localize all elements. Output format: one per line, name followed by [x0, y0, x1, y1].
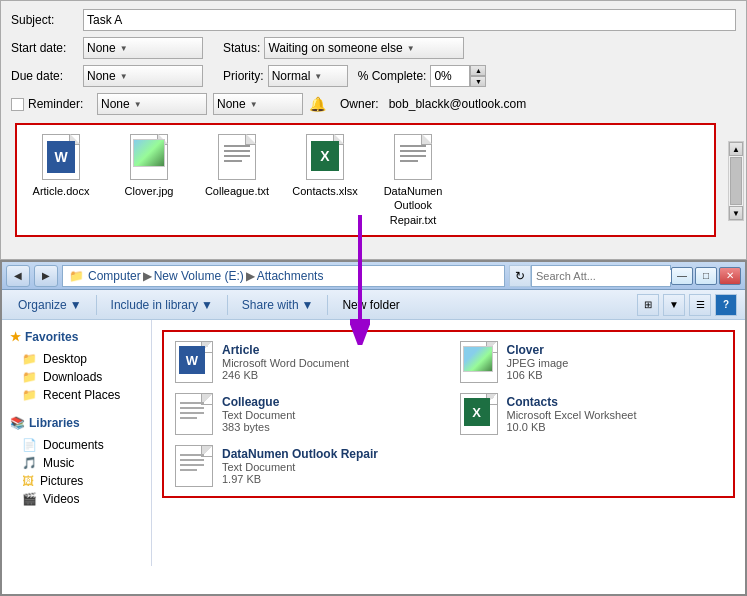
file-base-contacts: X [306, 134, 344, 180]
toolbar-sep2 [227, 295, 228, 315]
minimize-button[interactable]: — [671, 267, 693, 285]
due-date-select[interactable]: None ▼ [83, 65, 203, 87]
priority-select[interactable]: Normal ▼ [268, 65, 348, 87]
file-size-clover: 106 KB [507, 369, 724, 381]
share-with-label: Share with [242, 298, 299, 312]
start-date-select[interactable]: None ▼ [83, 37, 203, 59]
attachment-datanumen[interactable]: DataNumen Outlook Repair.txt [377, 133, 449, 227]
downloads-folder-icon: 📁 [22, 370, 37, 384]
sidebar-item-documents[interactable]: 📄 Documents [6, 436, 147, 454]
reminder-time-select[interactable]: None ▼ [213, 93, 303, 115]
spinner-down[interactable]: ▼ [470, 76, 486, 87]
image-icon-clover [133, 139, 165, 167]
attachment-icon-contacts: X [305, 133, 345, 181]
spinner-up[interactable]: ▲ [470, 65, 486, 76]
text-icon-colleague-large [180, 402, 204, 419]
sidebar-item-label-recent: Recent Places [43, 388, 120, 402]
file-size-colleague: 383 bytes [222, 421, 439, 433]
favorites-header: ★ Favorites [6, 328, 147, 346]
search-input[interactable] [536, 270, 674, 282]
sidebar-item-downloads[interactable]: 📁 Downloads [6, 368, 147, 386]
text-icon-colleague [222, 143, 252, 167]
breadcrumb-part3[interactable]: Attachments [257, 269, 324, 283]
recent-folder-icon: 📁 [22, 388, 37, 402]
search-box: 🔍 [531, 265, 671, 287]
start-date-label: Start date: [11, 41, 83, 55]
sidebar-item-music[interactable]: 🎵 Music [6, 454, 147, 472]
sidebar-item-label-pictures: Pictures [40, 474, 83, 488]
reminder-checkbox-label: Reminder: [11, 97, 91, 111]
form-scrollbar[interactable]: ▲ ▼ [728, 141, 744, 221]
pictures-icon: 🖼 [22, 474, 34, 488]
forward-button[interactable]: ▶ [34, 265, 58, 287]
attachment-clover[interactable]: Clover.jpg [113, 133, 185, 198]
file-item-clover[interactable]: Clover JPEG image 106 KB [457, 340, 726, 384]
help-button[interactable]: ? [715, 294, 737, 316]
view-btn-list[interactable]: ☰ [689, 294, 711, 316]
sidebar-item-label-desktop: Desktop [43, 352, 87, 366]
breadcrumb-folder-icon: 📁 [69, 269, 84, 283]
sidebar-item-recent[interactable]: 📁 Recent Places [6, 386, 147, 404]
scroll-thumb[interactable] [730, 157, 742, 205]
file-info-clover: Clover JPEG image 106 KB [507, 343, 724, 381]
sidebar-item-desktop[interactable]: 📁 Desktop [6, 350, 147, 368]
subject-input[interactable] [83, 9, 736, 31]
image-icon-clover-large [463, 346, 493, 372]
refresh-button[interactable]: ↻ [509, 265, 531, 287]
organize-button[interactable]: Organize ▼ [10, 294, 90, 316]
breadcrumb-bar[interactable]: 📁 Computer ▶ New Volume (E:) ▶ Attachmen… [62, 265, 505, 287]
scroll-up-arrow[interactable]: ▲ [729, 142, 743, 156]
file-item-datanumen[interactable]: DataNumen Outlook Repair Text Document 1… [172, 444, 441, 488]
scroll-down-arrow[interactable]: ▼ [729, 206, 743, 220]
start-date-value: None [87, 41, 116, 55]
attachment-colleague[interactable]: Colleague.txt [201, 133, 273, 198]
videos-icon: 🎬 [22, 492, 37, 506]
file-type-clover: JPEG image [507, 357, 724, 369]
close-button[interactable]: ✕ [719, 267, 741, 285]
sidebar-item-label-documents: Documents [43, 438, 104, 452]
priority-label: Priority: [223, 69, 264, 83]
file-name-contacts: Contacts [507, 395, 724, 409]
reminder-checkbox[interactable] [11, 98, 24, 111]
maximize-button[interactable]: □ [695, 267, 717, 285]
breadcrumb-part2[interactable]: New Volume (E:) [154, 269, 244, 283]
include-library-button[interactable]: Include in library ▼ [103, 294, 221, 316]
file-info-datanumen: DataNumen Outlook Repair Text Document 1… [222, 447, 439, 485]
reminder-time-arrow: ▼ [250, 100, 258, 109]
file-info-article: Article Microsoft Word Document 246 KB [222, 343, 439, 381]
file-list-area: W Article Microsoft Word Document 246 KB [152, 320, 745, 566]
attachment-contacts[interactable]: X Contacts.xlsx [289, 133, 361, 198]
attachment-article[interactable]: W Article.docx [25, 133, 97, 198]
large-file-base-datanumen [175, 445, 213, 487]
file-item-article[interactable]: W Article Microsoft Word Document 246 KB [172, 340, 441, 384]
file-info-contacts: Contacts Microsoft Excel Worksheet 10.0 … [507, 395, 724, 433]
breadcrumb-part1[interactable]: Computer [88, 269, 141, 283]
owner-email: bob_blackk@outlook.com [389, 97, 527, 111]
reminder-date-arrow: ▼ [134, 100, 142, 109]
back-button[interactable]: ◀ [6, 265, 30, 287]
new-folder-button[interactable]: New folder [334, 294, 407, 316]
view-btn-grid[interactable]: ⊞ [637, 294, 659, 316]
pct-complete-input[interactable] [430, 65, 470, 87]
excel-icon-contacts-large: X [464, 398, 490, 426]
reminder-date-select[interactable]: None ▼ [97, 93, 207, 115]
toolbar-sep3 [327, 295, 328, 315]
priority-value: Normal [272, 69, 311, 83]
file-base-clover [130, 134, 168, 180]
view-btn-arrow[interactable]: ▼ [663, 294, 685, 316]
file-item-contacts[interactable]: X Contacts Microsoft Excel Worksheet 10.… [457, 392, 726, 436]
sidebar-item-pictures[interactable]: 🖼 Pictures [6, 472, 147, 490]
status-select[interactable]: Waiting on someone else ▼ [264, 37, 464, 59]
titlebar-left: ◀ ▶ [6, 265, 58, 287]
file-base-article: W [42, 134, 80, 180]
share-with-button[interactable]: Share with ▼ [234, 294, 322, 316]
large-file-base-article: W [175, 341, 213, 383]
attachment-name-contacts: Contacts.xlsx [292, 184, 357, 198]
sidebar-item-videos[interactable]: 🎬 Videos [6, 490, 147, 508]
sidebar-item-label-downloads: Downloads [43, 370, 102, 384]
file-type-colleague: Text Document [222, 409, 439, 421]
file-icon-datanumen [174, 446, 214, 486]
reminder-label: Reminder: [28, 97, 83, 111]
attachments-area: W Article.docx Clover.jpg [15, 123, 716, 237]
file-item-colleague[interactable]: Colleague Text Document 383 bytes [172, 392, 441, 436]
